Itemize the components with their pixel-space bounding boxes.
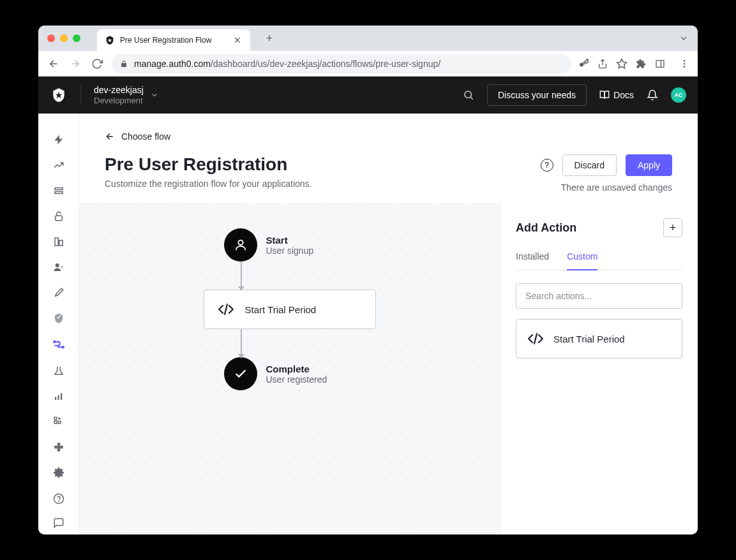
page-title: Pre User Registration	[105, 154, 541, 175]
complete-node-title: Complete	[266, 364, 356, 374]
forward-button[interactable]	[68, 56, 83, 71]
panel-tabs: Installed Custom	[516, 251, 682, 270]
add-action-button[interactable]: +	[663, 218, 682, 237]
user-icon	[224, 228, 257, 262]
sidebar-item-getting-started[interactable]	[52, 134, 65, 145]
auth0-logo-icon[interactable]	[50, 86, 68, 104]
flow-complete-node: Complete User registered	[224, 357, 356, 390]
svg-rect-17	[55, 238, 58, 246]
svg-point-8	[684, 60, 686, 62]
divider	[80, 86, 81, 104]
svg-rect-28	[58, 421, 61, 424]
main-content: Choose flow Pre User Registration Custom…	[79, 114, 698, 534]
docs-link[interactable]: Docs	[599, 90, 634, 100]
flow-action-label: Start Trial Period	[245, 304, 317, 315]
sidebar-item-organizations[interactable]	[52, 236, 65, 247]
svg-rect-18	[59, 240, 62, 246]
code-icon	[527, 330, 544, 348]
svg-rect-32	[54, 446, 57, 449]
sidebar-item-applications[interactable]	[52, 185, 65, 196]
flow-start-node: Start User signup	[224, 228, 356, 262]
back-button[interactable]	[46, 56, 61, 71]
svg-line-42	[534, 333, 537, 344]
notifications-icon[interactable]	[647, 89, 658, 101]
app-header: dev-zeekjasj Development Discuss your ne…	[38, 77, 698, 114]
tab-title: Pre User Registration Flow	[120, 36, 227, 45]
help-icon[interactable]: ?	[541, 159, 553, 172]
back-link[interactable]: Choose flow	[105, 131, 672, 142]
action-list-item[interactable]: Start Trial Period	[516, 319, 682, 358]
browser-tab[interactable]: Pre User Registration Flow ✕	[97, 29, 250, 51]
panel-icon[interactable]	[654, 58, 666, 70]
svg-rect-26	[54, 417, 57, 420]
sidebar-item-security[interactable]	[52, 313, 65, 324]
lock-icon	[120, 60, 128, 68]
key-icon[interactable]	[578, 58, 589, 70]
svg-point-9	[684, 63, 686, 64]
tab-favicon-icon	[105, 35, 115, 45]
svg-rect-35	[57, 446, 60, 449]
docs-label: Docs	[613, 90, 634, 100]
apply-button[interactable]: Apply	[626, 154, 672, 176]
page-header: Choose flow Pre User Registration Custom…	[79, 114, 698, 203]
svg-text:+: +	[61, 264, 64, 270]
sidebar-item-auth-pipeline[interactable]	[52, 365, 65, 376]
svg-line-13	[470, 97, 472, 99]
svg-point-40	[238, 240, 243, 245]
sidebar-item-branding[interactable]	[52, 287, 65, 298]
flow-diagram: Start User signup Start Trial Period	[204, 228, 376, 390]
sidebar-item-marketplace[interactable]	[52, 416, 65, 427]
search-icon[interactable]	[463, 89, 474, 101]
svg-point-10	[684, 66, 686, 68]
app-body: + Choose flow Pre User	[38, 114, 698, 534]
tabs-menu-icon[interactable]	[679, 33, 689, 43]
menu-icon[interactable]	[679, 58, 690, 70]
back-link-label: Choose flow	[121, 131, 170, 142]
svg-rect-24	[57, 395, 59, 401]
tab-custom[interactable]: Custom	[567, 251, 597, 270]
sidebar-item-extensions[interactable]	[52, 441, 65, 453]
sidebar-item-help[interactable]	[52, 492, 65, 505]
svg-rect-15	[55, 192, 63, 194]
sidebar-item-activity[interactable]	[52, 159, 65, 171]
new-tab-button[interactable]: +	[260, 29, 278, 47]
sidebar-item-authentication[interactable]	[52, 210, 65, 222]
search-actions-input[interactable]	[516, 283, 682, 309]
tenant-name: dev-zeekjasj	[94, 85, 144, 96]
minimize-window-button[interactable]	[60, 34, 68, 42]
flow-action-node[interactable]: Start Trial Period	[204, 290, 376, 329]
close-window-button[interactable]	[47, 34, 55, 42]
svg-rect-25	[61, 394, 62, 401]
reload-button[interactable]	[89, 56, 105, 71]
avatar[interactable]: AC	[671, 87, 686, 103]
extensions-icon[interactable]	[635, 58, 647, 70]
discuss-needs-button[interactable]: Discuss your needs	[487, 84, 587, 106]
sidebar-item-settings[interactable]	[52, 467, 65, 478]
discard-button[interactable]: Discard	[562, 154, 617, 176]
star-icon[interactable]	[616, 58, 627, 70]
maximize-window-button[interactable]	[73, 34, 80, 42]
svg-point-12	[465, 91, 472, 98]
tenant-environment: Development	[94, 96, 144, 106]
sidebar-item-user-management[interactable]: +	[52, 262, 65, 273]
svg-line-41	[224, 304, 227, 314]
sidebar-item-actions[interactable]	[52, 338, 65, 351]
window-controls	[47, 34, 80, 42]
tab-installed[interactable]: Installed	[516, 251, 549, 270]
panel-title: Add Action	[516, 221, 576, 235]
add-action-panel: Add Action + Installed Custom Start Tria…	[500, 203, 698, 534]
share-icon[interactable]	[597, 58, 608, 70]
url-text: manage.auth0.com/dashboard/us/dev-zeekja…	[134, 59, 440, 69]
tenant-switcher[interactable]: dev-zeekjasj Development	[94, 85, 159, 105]
flow-canvas[interactable]: Start User signup Start Trial Period	[79, 203, 500, 534]
svg-marker-5	[617, 59, 627, 68]
browser-window: Pre User Registration Flow ✕ + manage.au…	[38, 26, 698, 534]
tab-close-icon[interactable]: ✕	[232, 35, 243, 45]
address-bar[interactable]: manage.auth0.com/dashboard/us/dev-zeekja…	[111, 54, 571, 73]
sidebar: +	[38, 114, 79, 534]
svg-rect-23	[55, 397, 56, 401]
book-icon	[599, 90, 610, 100]
sidebar-item-monitoring[interactable]	[52, 390, 65, 402]
page-subtitle: Customize the registration flow for your…	[105, 179, 541, 189]
sidebar-item-feedback[interactable]	[52, 517, 65, 529]
